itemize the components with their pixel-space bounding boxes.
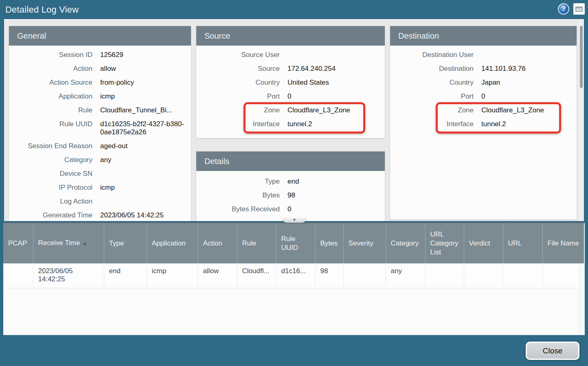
col-header-application[interactable]: Application xyxy=(147,223,198,263)
panel-general-body: Session ID 125629 Action allow Action So… xyxy=(9,46,191,219)
col-header-rule[interactable]: Rule xyxy=(237,223,276,263)
panel-destination: Destination Destination User Destination… xyxy=(390,26,577,219)
field-row-session-id: Session ID 125629 xyxy=(9,48,191,62)
field-label: Destination xyxy=(390,62,474,76)
field-value: 0 xyxy=(280,90,385,103)
cell-severity xyxy=(343,263,386,288)
field-row-bytes-received: Bytes Received 0 xyxy=(196,202,385,216)
field-row-log-action: Log Action xyxy=(9,195,191,208)
col-label: Application xyxy=(152,239,186,247)
panel-details: Details Type end Bytes 98 Bytes Received… xyxy=(196,151,385,221)
field-label: Action xyxy=(9,62,92,76)
cell-receive-time: 2023/06/05 14:42:25 xyxy=(33,263,104,288)
col-header-type[interactable]: Type xyxy=(104,223,147,263)
panel-details-body: Type end Bytes 98 Bytes Received 0 xyxy=(196,171,385,219)
field-label: Action Source xyxy=(9,76,92,90)
col-header-verdict[interactable]: Verdict xyxy=(464,223,503,263)
table-scrollbar-track[interactable] xyxy=(579,264,585,335)
close-button[interactable]: Close xyxy=(526,342,579,360)
field-value: 125629 xyxy=(92,48,191,62)
field-row-rule: Rule Cloudflare_Tunnel_Bi... xyxy=(9,103,191,117)
col-label: Category xyxy=(391,239,419,247)
table-row[interactable]: 2023/06/05 14:42:25 end icmp allow Cloud… xyxy=(3,263,584,288)
panel-destination-body: Destination User Destination 141.101.93.… xyxy=(390,46,577,217)
field-row-bytes: Bytes 98 xyxy=(196,188,385,202)
cell-rule: Cloudfl... xyxy=(237,263,276,288)
cell-bytes: 98 xyxy=(315,263,343,288)
field-row-ip-protocol: IP Protocol icmp xyxy=(9,181,191,195)
cell-url xyxy=(503,263,542,288)
cell-action: allow xyxy=(198,263,237,288)
field-label: Source xyxy=(196,62,280,76)
col-label: Rule xyxy=(242,239,257,247)
panel-source: Source Source User Source 172.64.240.254… xyxy=(196,26,385,138)
col-header-action[interactable]: Action xyxy=(198,223,237,263)
detail-scrollbar-track[interactable] xyxy=(578,20,584,221)
field-value: 0 xyxy=(474,90,577,103)
field-label: Bytes xyxy=(196,188,280,202)
field-value: from-policy xyxy=(92,76,191,90)
field-row-category: Category any xyxy=(9,153,191,167)
field-label: Session End Reason xyxy=(9,139,92,153)
panel-general: General Session ID 125629 Action allow A… xyxy=(9,26,191,221)
field-value xyxy=(280,48,385,62)
panel-destination-header: Destination xyxy=(390,26,577,46)
field-row-device-sn: Device SN xyxy=(9,167,191,181)
field-row-destination-interface: Interface tunnel.2 xyxy=(390,117,577,131)
window-icon[interactable] xyxy=(573,3,585,15)
field-label: Port xyxy=(390,90,474,103)
field-row-source-interface: Interface tunnel.2 xyxy=(196,117,385,131)
field-value xyxy=(92,167,191,181)
field-label: IP Protocol xyxy=(9,181,92,195)
help-icon[interactable]: ? xyxy=(558,3,569,15)
col-header-receive-time[interactable]: Receive Time▲ xyxy=(33,223,104,263)
field-label: Generated Time xyxy=(9,208,92,219)
field-row-source-port: Port 0 xyxy=(196,90,385,103)
field-value xyxy=(474,48,577,62)
col-label: URL xyxy=(508,239,522,247)
window-icon-glyph xyxy=(575,7,583,12)
field-row-rule-uuid: Rule UUID d1c16235-b2f2-4327-b380-0ae187… xyxy=(9,117,191,139)
col-header-bytes[interactable]: Bytes xyxy=(315,223,343,263)
field-label: Zone xyxy=(196,103,280,117)
col-header-category[interactable]: Category xyxy=(386,223,425,263)
splitter-handle[interactable]: ▼ xyxy=(282,218,307,223)
field-value: 98 xyxy=(280,188,385,202)
field-value: 0 xyxy=(280,202,385,216)
cell-application: icmp xyxy=(147,263,198,288)
col-label: Type xyxy=(109,239,124,247)
field-row-destination: Destination 141.101.93.76 xyxy=(390,62,577,76)
detailed-log-view-dialog: Detailed Log View ? General Session ID 1… xyxy=(0,0,588,366)
field-label: Device SN xyxy=(9,167,92,181)
field-label: Category xyxy=(9,153,92,167)
field-value: icmp xyxy=(92,90,191,103)
field-label: Log Action xyxy=(9,195,92,208)
col-header-pcap[interactable]: PCAP xyxy=(3,223,33,263)
field-row-source: Source 172.64.240.254 xyxy=(196,62,385,76)
panel-details-header: Details xyxy=(196,151,385,171)
field-row-source-country: Country United States xyxy=(196,76,385,90)
field-row-destination-user: Destination User xyxy=(390,48,577,62)
col-header-rule-uuid[interactable]: Rule UUID xyxy=(276,223,315,263)
field-value: 172.64.240.254 xyxy=(280,62,385,76)
field-label: Destination User xyxy=(390,48,474,62)
field-value: any xyxy=(92,153,191,167)
related-logs-table: PCAP Receive Time▲ Type Application Acti… xyxy=(3,222,585,335)
field-label: Port xyxy=(196,90,280,103)
col-header-url-category-list[interactable]: URL Category List xyxy=(425,223,464,263)
col-header-severity[interactable]: Severity xyxy=(343,223,386,263)
log-detail-content: General Session ID 125629 Action allow A… xyxy=(4,19,584,221)
cell-file-name xyxy=(542,263,584,288)
col-header-url[interactable]: URL xyxy=(503,223,542,263)
title-bar: Detailed Log View ? xyxy=(0,0,588,19)
field-value: end xyxy=(280,175,385,188)
col-label: Severity xyxy=(349,239,373,247)
field-value: tunnel.2 xyxy=(280,117,385,131)
page-title: Detailed Log View xyxy=(5,4,79,15)
field-label: Source User xyxy=(196,48,280,62)
col-header-file-name[interactable]: File Name xyxy=(542,223,584,263)
field-label: Zone xyxy=(390,103,474,117)
field-label: Bytes Received xyxy=(196,202,280,216)
detail-scrollbar-thumb[interactable] xyxy=(580,26,583,88)
field-label: Interface xyxy=(390,117,474,131)
